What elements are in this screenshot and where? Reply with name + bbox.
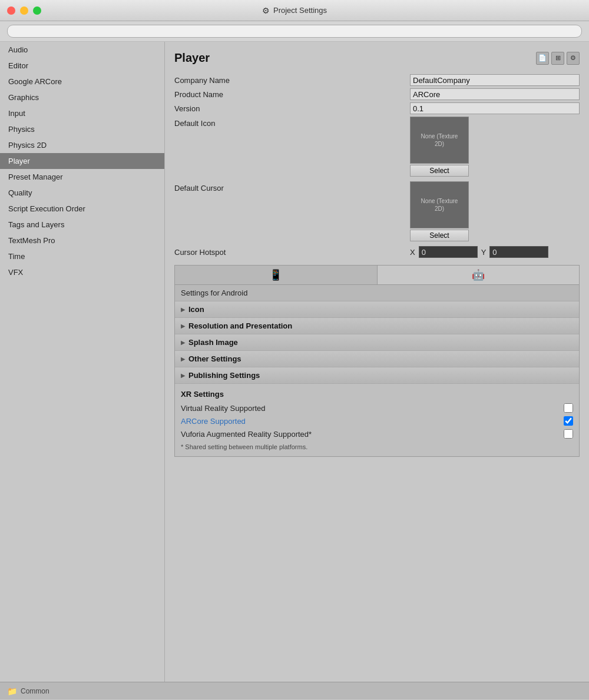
xr-label-vuforia: Vuforia Augmented Reality Supported*	[181, 430, 564, 439]
xr-label-vr: Virtual Reality Supported	[181, 404, 564, 413]
sidebar-item-script-execution-order[interactable]: Script Execution Order	[0, 201, 164, 217]
default-cursor-preview: None (Texture 2D)	[410, 181, 469, 228]
xr-note: * Shared setting between multiple platfo…	[181, 443, 573, 450]
sidebar-item-player[interactable]: Player	[0, 153, 164, 169]
version-row: Version	[174, 102, 580, 114]
sidebar-item-audio[interactable]: Audio	[0, 42, 164, 58]
sidebar: AudioEditorGoogle ARCoreGraphicsInputPhy…	[0, 42, 165, 682]
hotspot-x-input[interactable]	[419, 246, 478, 258]
content-area: Player 📄 ⊞ ⚙ Company Name Product Name V…	[165, 42, 589, 682]
company-name-input[interactable]	[410, 74, 580, 86]
layout-icon-button[interactable]: ⊞	[551, 52, 564, 65]
company-name-row: Company Name	[174, 74, 580, 86]
sidebar-item-graphics[interactable]: Graphics	[0, 89, 164, 105]
xr-settings-section: XR Settings Virtual Reality SupportedARC…	[175, 384, 579, 456]
sidebar-item-google-arcore[interactable]: Google ARCore	[0, 74, 164, 89]
xr-label-arcore: ARCore Supported	[181, 417, 564, 426]
section-resolution[interactable]: Resolution and Presentation	[175, 318, 579, 334]
version-input[interactable]	[410, 102, 580, 114]
search-input[interactable]	[7, 25, 582, 38]
cursor-hotspot-row: Cursor Hotspot X Y	[174, 246, 580, 258]
x-axis-label: X	[410, 248, 415, 257]
page-title: Player	[174, 51, 210, 65]
platform-tab-android[interactable]: 🤖	[378, 266, 580, 284]
default-icon-row: Default Icon None (Texture 2D) Select	[174, 117, 580, 177]
xr-checkbox-vuforia[interactable]	[564, 429, 573, 439]
settings-icon-button[interactable]: ⚙	[567, 52, 580, 65]
sidebar-item-textmesh-pro[interactable]: TextMesh Pro	[0, 233, 164, 248]
bottom-bar-label: Common	[21, 687, 49, 695]
player-header: Player 📄 ⊞ ⚙	[174, 51, 580, 65]
product-name-row: Product Name	[174, 88, 580, 100]
default-cursor-picker: None (Texture 2D) Select	[410, 181, 469, 241]
platform-tab-ios[interactable]: 📱	[175, 266, 378, 284]
sidebar-item-editor[interactable]: Editor	[0, 58, 164, 74]
product-name-input[interactable]	[410, 88, 580, 100]
sidebar-item-time[interactable]: Time	[0, 248, 164, 264]
section-icon[interactable]: Icon	[175, 301, 579, 318]
section-other[interactable]: Other Settings	[175, 351, 579, 367]
default-icon-picker: None (Texture 2D) Select	[410, 117, 469, 177]
section-splash[interactable]: Splash Image	[175, 334, 579, 351]
window-controls	[7, 6, 41, 15]
version-label: Version	[174, 104, 410, 113]
section-publishing[interactable]: Publishing Settings	[175, 367, 579, 384]
default-icon-label: Default Icon	[174, 117, 410, 128]
platform-tabs: 📱🤖	[174, 265, 580, 284]
maximize-button[interactable]	[33, 6, 41, 15]
sidebar-item-vfx[interactable]: VFX	[0, 264, 164, 280]
toolbar-icons: 📄 ⊞ ⚙	[536, 52, 580, 65]
default-cursor-select-button[interactable]: Select	[410, 230, 469, 241]
sidebar-item-physics-2d[interactable]: Physics 2D	[0, 137, 164, 153]
hotspot-fields: X Y	[410, 246, 548, 258]
xr-checkbox-vr[interactable]	[564, 403, 573, 413]
sidebar-item-tags-and-layers[interactable]: Tags and Layers	[0, 217, 164, 233]
default-icon-preview: None (Texture 2D)	[410, 117, 469, 164]
settings-panel: Settings for Android IconResolution and …	[174, 284, 580, 457]
sidebar-item-quality[interactable]: Quality	[0, 185, 164, 201]
page-icon-button[interactable]: 📄	[536, 52, 549, 65]
main-layout: AudioEditorGoogle ARCoreGraphicsInputPhy…	[0, 42, 589, 682]
hotspot-y-input[interactable]	[489, 246, 548, 258]
y-axis-label: Y	[481, 248, 487, 257]
folder-icon: 📁	[7, 686, 17, 696]
sidebar-item-preset-manager[interactable]: Preset Manager	[0, 169, 164, 185]
xr-row-vuforia: Vuforia Augmented Reality Supported*	[181, 429, 573, 439]
xr-settings-title: XR Settings	[181, 390, 573, 399]
sidebar-item-physics[interactable]: Physics	[0, 121, 164, 137]
close-button[interactable]	[7, 6, 15, 15]
xr-row-vr: Virtual Reality Supported	[181, 403, 573, 413]
titlebar: ⚙ Project Settings	[0, 0, 589, 21]
sidebar-item-input[interactable]: Input	[0, 105, 164, 121]
default-icon-select-button[interactable]: Select	[410, 165, 469, 177]
minimize-button[interactable]	[20, 6, 28, 15]
gear-icon: ⚙	[262, 6, 270, 15]
bottom-bar: 📁 Common	[0, 682, 589, 699]
search-bar	[0, 21, 589, 42]
cursor-hotspot-label: Cursor Hotspot	[174, 248, 410, 257]
window-title: ⚙ Project Settings	[262, 6, 327, 15]
company-name-label: Company Name	[174, 76, 410, 85]
settings-for-label: Settings for Android	[175, 285, 579, 301]
xr-checkbox-arcore[interactable]	[564, 416, 573, 426]
default-cursor-row: Default Cursor None (Texture 2D) Select	[174, 181, 580, 241]
product-name-label: Product Name	[174, 90, 410, 99]
default-cursor-label: Default Cursor	[174, 181, 410, 193]
xr-row-arcore: ARCore Supported	[181, 416, 573, 426]
